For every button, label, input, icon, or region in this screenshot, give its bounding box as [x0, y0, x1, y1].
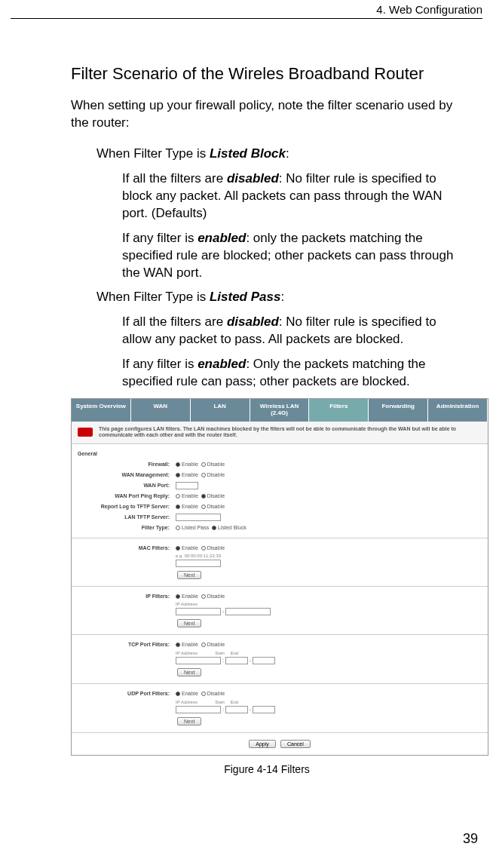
tcp-next-button[interactable]: Next	[177, 668, 201, 676]
wan-port-input[interactable]	[176, 482, 198, 489]
ip-input1[interactable]	[176, 608, 221, 615]
tcp-start-input[interactable]	[225, 657, 248, 664]
label-firewall: Firewall:	[78, 459, 170, 470]
mac-next-button[interactable]: Next	[177, 571, 201, 579]
filtertype-radios[interactable]: Listed Pass Listed Block	[176, 523, 482, 533]
ip-filters-section: IP Filters: Enable Disable IP Address - …	[72, 587, 488, 635]
udp-next-button[interactable]: Next	[177, 717, 201, 725]
wanmgmt-radios[interactable]: Enable Disable	[176, 470, 482, 480]
tcp-radios[interactable]: Enable Disable	[176, 639, 482, 650]
listed-block-heading: When Filter Type is Listed Block:	[96, 146, 463, 163]
ip-radios[interactable]: Enable Disable	[176, 591, 482, 602]
form-buttons: Apply Cancel	[72, 733, 488, 755]
udp-radios[interactable]: Enable Disable	[176, 689, 482, 699]
listed-block-disabled: If all the filters are disabled: No filt…	[122, 170, 463, 222]
figure-caption: Figure 4-14 Filters	[71, 763, 463, 775]
mac-input[interactable]	[176, 560, 221, 567]
ip-title: IP Filters:	[78, 591, 170, 602]
label-wan-mgmt: WAN Management:	[78, 470, 170, 480]
nav-tabs: System Overview WAN LAN Wireless LAN (2.…	[72, 399, 488, 422]
tab-forwarding[interactable]: Forwarding	[369, 399, 428, 422]
note-icon	[78, 428, 93, 437]
tcp-filters-section: TCP Port Filters: Enable Disable IP Addr…	[72, 635, 488, 684]
firewall-radios[interactable]: Enable Disable	[176, 459, 482, 470]
udp-end-input[interactable]	[253, 706, 275, 713]
tftp-server-input[interactable]	[176, 514, 221, 521]
udp-title: UDP Port Filters:	[78, 689, 170, 699]
label-tftp: Report Log to TFTP Server:	[78, 501, 170, 512]
tcp-end-input[interactable]	[253, 657, 275, 664]
apply-button[interactable]: Apply	[249, 740, 276, 748]
mac-radios[interactable]: Enable Disable	[176, 543, 482, 554]
label-filter-type: Filter Type:	[78, 523, 170, 533]
tab-filters[interactable]: Filters	[309, 399, 369, 422]
router-ui-figure: System Overview WAN LAN Wireless LAN (2.…	[71, 398, 488, 755]
tab-lan[interactable]: LAN	[191, 399, 250, 422]
listed-pass-enabled: If any filter is enabled: Only the packe…	[122, 356, 463, 391]
ip-next-button[interactable]: Next	[177, 619, 201, 627]
mac-title: MAC Filters:	[78, 543, 170, 554]
udp-filters-section: UDP Port Filters: Enable Disable IP Addr…	[72, 684, 488, 733]
general-title: General	[78, 449, 170, 459]
ip-input2[interactable]	[225, 608, 271, 615]
label-tftp-server: LAN TFTP Server:	[78, 512, 170, 523]
cancel-button[interactable]: Cancel	[280, 740, 311, 748]
intro-paragraph: When setting up your firewall policy, no…	[71, 97, 463, 132]
label-wan-port: WAN Port:	[78, 480, 170, 491]
label-ping: WAN Port Ping Reply:	[78, 491, 170, 501]
listed-pass-heading: When Filter Type is Listed Pass:	[96, 289, 463, 306]
tftp-radios[interactable]: Enable Disable	[176, 501, 482, 512]
general-section: General Firewall: WAN Management: WAN Po…	[72, 444, 488, 538]
ping-radios[interactable]: Enable Disable	[176, 491, 482, 501]
tab-system[interactable]: System Overview	[72, 399, 131, 422]
section-title: Filter Scenario of the Wireles Broadband…	[71, 64, 463, 84]
listed-block-enabled: If any filter is enabled: only the packe…	[122, 230, 463, 282]
tcp-title: TCP Port Filters:	[78, 639, 170, 650]
tab-admin[interactable]: Administration	[428, 399, 488, 422]
listed-pass-disabled: If all the filters are disabled: No filt…	[122, 314, 463, 348]
tab-wlan[interactable]: Wireless LAN (2.4G)	[250, 399, 310, 422]
mac-filters-section: MAC Filters: Enable Disable e.g. 00:00:0…	[72, 538, 488, 587]
udp-ip-input[interactable]	[176, 706, 221, 713]
chapter-header: 4. Web Configuration	[376, 3, 482, 16]
info-note: This page configures LAN filters. The LA…	[72, 422, 488, 444]
note-text: This page configures LAN filters. The LA…	[99, 426, 482, 439]
page-content: Filter Scenario of the Wireles Broadband…	[0, 19, 493, 775]
tab-wan[interactable]: WAN	[131, 399, 191, 422]
tcp-ip-input[interactable]	[176, 657, 221, 664]
udp-start-input[interactable]	[225, 706, 248, 713]
page-number: 39	[463, 831, 478, 847]
